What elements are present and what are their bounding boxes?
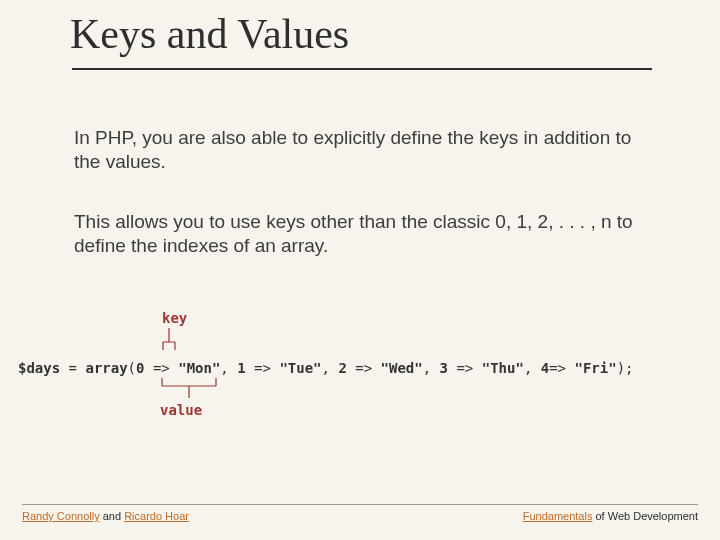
author-link-1[interactable]: Randy Connolly [22, 510, 100, 522]
annotation-value-label: value [160, 402, 202, 418]
code-v1: "Tue" [279, 360, 321, 376]
annotation-key-label: key [162, 310, 187, 326]
code-a0: => [144, 360, 178, 376]
code-close: ); [617, 360, 634, 376]
code-k1: 1 [237, 360, 245, 376]
code-eq: = [60, 360, 85, 376]
code-s2: , [423, 360, 440, 376]
footer-book-rest: of Web Development [592, 510, 698, 522]
code-k2: 2 [338, 360, 346, 376]
footer-divider [22, 504, 698, 505]
footer-book-link[interactable]: Fundamentals [523, 510, 593, 522]
paragraph-1: In PHP, you are also able to explicitly … [74, 126, 634, 174]
footer-left: Randy Connolly and Ricardo Hoar [22, 510, 189, 522]
footer-right: Fundamentals of Web Development [523, 510, 698, 522]
code-var: $days [18, 360, 60, 376]
slide: Keys and Values In PHP, you are also abl… [0, 0, 720, 540]
code-v2: "Wed" [381, 360, 423, 376]
code-a4: => [549, 360, 574, 376]
paragraph-2: This allows you to use keys other than t… [74, 210, 634, 258]
code-s1: , [322, 360, 339, 376]
footer-and: and [100, 510, 124, 522]
slide-title: Keys and Values [70, 10, 349, 58]
code-open: ( [128, 360, 136, 376]
annotation-bracket-top-icon [161, 328, 177, 356]
code-a2: => [347, 360, 381, 376]
code-a3: => [448, 360, 482, 376]
code-s0: , [220, 360, 237, 376]
code-line: $days = array(0 => "Mon", 1 => "Tue", 2 … [18, 360, 714, 376]
code-k3: 3 [440, 360, 448, 376]
code-v3: "Thu" [482, 360, 524, 376]
code-v4: "Fri" [574, 360, 616, 376]
title-underline [72, 68, 652, 70]
annotation-bracket-bottom-icon [158, 378, 220, 402]
code-s3: , [524, 360, 541, 376]
code-k4: 4 [541, 360, 549, 376]
author-link-2[interactable]: Ricardo Hoar [124, 510, 189, 522]
code-fn: array [85, 360, 127, 376]
code-a1: => [246, 360, 280, 376]
code-v0: "Mon" [178, 360, 220, 376]
